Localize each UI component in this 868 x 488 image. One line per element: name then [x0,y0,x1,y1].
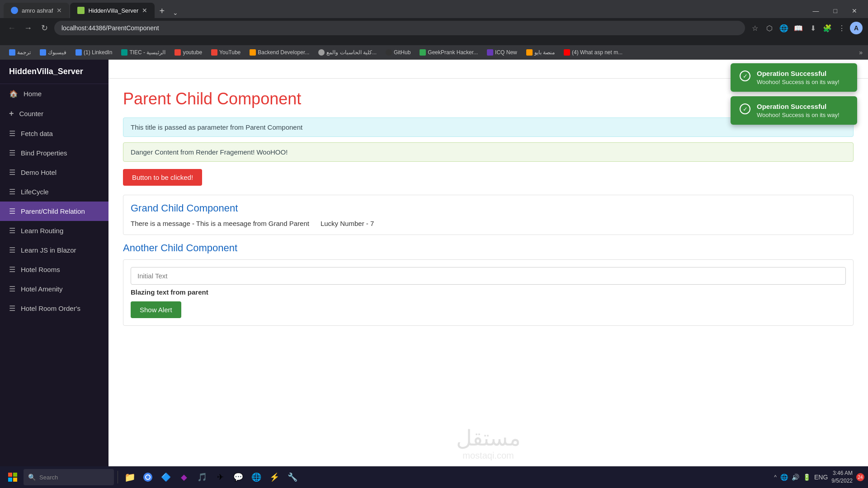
tab-close-amro[interactable]: ✕ [57,7,62,14]
bookmark-linkedin[interactable]: (1) LinkedIn [72,48,116,56]
bookmark-label: (4) What asp net m... [572,49,623,56]
taskbar-whatsapp[interactable]: 💬 [230,469,246,485]
grand-child-text: There is a message - This is a meesage f… [131,220,846,227]
page-content: Parent Child Component This title is pas… [108,79,868,488]
tab-favicon-hidden [77,7,85,14]
grand-child-lucky: Lucky Number - 7 [321,220,374,227]
bookmark-icq[interactable]: ICQ New [483,48,521,56]
grand-child-card: Grand Child Component There is a message… [123,195,854,235]
bookmark-label: GitHub [394,49,410,56]
sidebar-item-hotel-orders[interactable]: ☰ Hotel Room Order's [0,299,108,318]
profile-button[interactable]: A [850,22,863,34]
close-button[interactable]: ✕ [844,5,864,16]
bookmark-label: كلية الحاسبات والمع... [326,49,377,56]
bookmark-label: (1) LinkedIn [84,49,112,56]
svg-rect-1 [13,473,17,477]
plus-icon: + [9,109,14,118]
bookmark-icon-bayo [526,49,533,56]
bookmark-tiec[interactable]: TIEC - الرئيسية [118,48,169,56]
volume-icon[interactable]: 🔊 [792,474,799,481]
grid-icon-orders: ☰ [9,304,15,313]
forward-button[interactable]: → [22,22,34,34]
screenshot-icon[interactable]: ⬡ [763,22,776,34]
taskbar-search-label: Search [39,474,58,481]
browser-toolbar: ← → ↻ localhost:44386/ParentComponent ☆ … [0,18,868,38]
maximize-button[interactable]: □ [826,5,844,16]
sidebar-item-learn-routing[interactable]: ☰ Learn Routing [0,221,108,240]
watermark-sub: mostaqi.com [456,450,521,461]
translate-icon[interactable]: 🌐 [778,22,790,34]
taskbar-search[interactable]: 🔍 Search [24,469,114,485]
minimize-button[interactable]: — [806,5,826,16]
back-button[interactable]: ← [5,22,18,34]
taskbar-music[interactable]: 🎵 [194,469,210,485]
taskbar-rider[interactable]: ◆ [176,469,192,485]
tab-hidden[interactable]: HiddenVilla_Server ✕ [70,3,155,18]
taskbar-vs[interactable]: 🔷 [158,469,174,485]
bookmark-icon-linkedin [75,49,82,56]
download-icon[interactable]: ⬇ [807,22,819,34]
initial-text-input[interactable] [131,267,846,285]
sidebar-item-fetch-data[interactable]: ☰ Fetch data [0,124,108,143]
app1-icon: ⚡ [269,472,279,482]
taskbar-file-explorer[interactable]: 📁 [122,469,138,485]
taskbar-right: ^ 🌐 🔊 🔋 ENG 3:46 AM 9/5/2022 24 [774,469,864,485]
click-button[interactable]: Button to be clicked! [123,169,202,186]
danger-box-text: Danger Content from Render Fragement! Wo… [131,148,288,156]
bookmark-tarjama[interactable]: ترجمة [5,48,34,56]
new-tab-button[interactable]: + [156,6,168,16]
sidebar-item-bind-properties[interactable]: ☰ Bind Properties [0,143,108,163]
bookmark-icon-icq [487,49,493,56]
menu-icon[interactable]: ⋮ [835,22,848,34]
show-alert-button[interactable]: Show Alert [131,301,181,318]
sidebar-label-hotel-rooms: Hotel Rooms [21,266,60,273]
svg-rect-0 [8,473,12,477]
tab-amro[interactable]: amro ashraf ✕ [4,3,69,18]
taskbar-date-display: 9/5/2022 [831,477,853,485]
sidebar-item-lifecycle[interactable]: ☰ LifeCycle [0,182,108,202]
grid-icon-bind: ☰ [9,149,15,157]
sidebar-item-home[interactable]: 🏠 Home [0,84,108,103]
bookmark-aspnet[interactable]: (4) What asp net m... [560,48,626,56]
taskbar-app2[interactable]: 🔧 [284,469,301,485]
start-button[interactable] [4,468,22,486]
bookmark-facebook[interactable]: فيسبوك [36,48,70,56]
browser-tabs: amro ashraf ✕ HiddenVilla_Server ✕ + ⌄ —… [0,0,868,18]
bookmark-icon-tarjama [9,49,15,56]
taskbar-chrome[interactable] [140,469,156,485]
network-icon[interactable]: 🌐 [780,474,788,481]
tab-favicon-amro [11,7,18,14]
taskbar-chrome2[interactable]: 🌐 [248,469,264,485]
sidebar-item-learn-js[interactable]: ☰ Learn JS in Blazor [0,240,108,260]
bookmark-backend[interactable]: Backend Developer... [246,48,313,56]
bookmarks-overflow[interactable]: » [859,49,863,56]
sidebar-item-hotel-rooms[interactable]: ☰ Hotel Rooms [0,260,108,279]
bookmark-icon-youtube [211,49,217,56]
bookmark-bayo[interactable]: منصة بايو [523,48,558,56]
info-box-text: This title is passed as parameter from P… [131,123,302,131]
reader-icon[interactable]: 📖 [792,22,805,34]
sidebar-item-demo-hotel[interactable]: ☰ Demo Hotel [0,163,108,182]
notification-badge[interactable]: 24 [856,473,864,481]
refresh-button[interactable]: ↻ [38,22,51,34]
bookmark-youtube-ar[interactable]: youtube [171,48,206,56]
tab-overflow-button[interactable]: ⌄ [169,9,182,16]
extensions-icon[interactable]: 🧩 [821,22,834,34]
bookmark-youtube[interactable]: YouTube [208,48,244,56]
address-bar[interactable]: localhost:44386/ParentComponent [54,21,745,35]
system-tray-chevron[interactable]: ^ [774,474,777,480]
taskbar-clock[interactable]: 3:46 AM 9/5/2022 [831,469,853,485]
taskbar-telegram[interactable]: ✈ [212,469,228,485]
app2-icon: 🔧 [288,472,297,482]
battery-icon[interactable]: 🔋 [803,474,811,481]
sidebar-item-counter[interactable]: + Counter [0,103,108,124]
bookmark-github[interactable]: GitHub [382,48,414,56]
bookmark-geekprank[interactable]: GeekPrank Hacker... [416,48,481,56]
taskbar-app1[interactable]: ⚡ [266,469,283,485]
grid-icon-routing: ☰ [9,226,15,235]
bookmark-college[interactable]: كلية الحاسبات والمع... [315,48,380,56]
tab-close-hidden[interactable]: ✕ [142,7,147,14]
sidebar-item-parent-child[interactable]: ☰ Parent/Child Relation [0,202,108,221]
bookmark-star-icon[interactable]: ☆ [749,22,761,34]
sidebar-item-hotel-amenity[interactable]: ☰ Hotel Amenity [0,279,108,299]
